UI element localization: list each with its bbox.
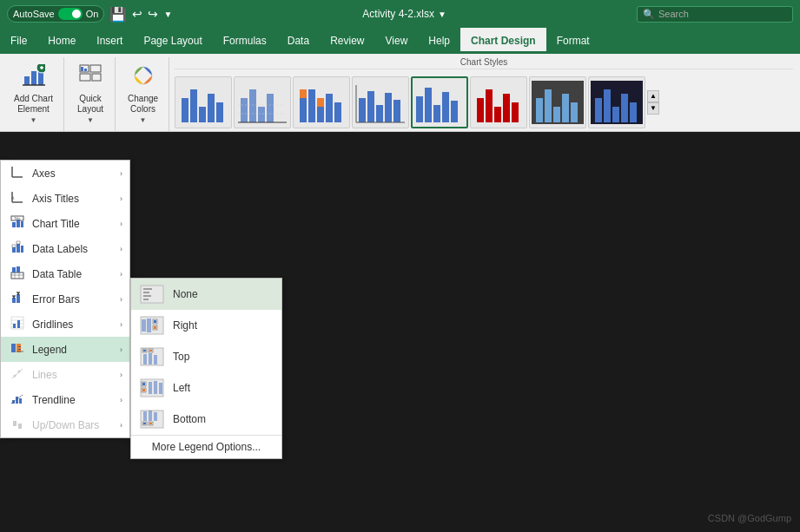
- chart-style-2[interactable]: [234, 76, 291, 128]
- toggle-circle: [72, 10, 81, 18]
- gridlines-icon: [10, 316, 25, 332]
- autosave-toggle[interactable]: [58, 8, 83, 20]
- search-box[interactable]: 🔍 Search: [637, 6, 793, 23]
- menu-review[interactable]: Review: [320, 28, 374, 54]
- dropdown-legend[interactable]: Legend ›: [1, 337, 129, 362]
- chart-styles-row: ▲ ▼: [175, 73, 793, 131]
- updown-bars-arrow: ›: [120, 421, 122, 430]
- chart-style-3[interactable]: [293, 76, 350, 128]
- add-chart-element-button[interactable]: Add ChartElement ▼: [9, 61, 58, 128]
- dropdown-lines: Lines ›: [1, 362, 129, 387]
- change-colors-button[interactable]: ChangeColors ▼: [122, 61, 163, 128]
- dropdown-data-labels[interactable]: Data Labels ›: [1, 236, 129, 261]
- undo-icon[interactable]: ↩: [132, 7, 142, 21]
- menu-format[interactable]: Format: [546, 28, 600, 54]
- toggle-state-label: On: [86, 9, 99, 19]
- svg-rect-19: [241, 98, 248, 122]
- dropdown-data-table[interactable]: Data Table ›: [1, 261, 129, 286]
- legend-bottom-label: Bottom: [173, 413, 273, 425]
- axes-icon: [10, 165, 25, 181]
- quick-layout-button[interactable]: QuickLayout ▼: [71, 61, 109, 128]
- chart-style-8[interactable]: [588, 76, 645, 128]
- ribbon-group-quick-layout: QuickLayout ▼: [66, 57, 116, 131]
- chart-styles-scroll: ▲ ▼: [647, 87, 661, 118]
- menu-file[interactable]: File: [0, 28, 37, 54]
- svg-rect-116: [147, 319, 151, 332]
- file-dropdown-icon[interactable]: ▼: [438, 10, 446, 19]
- svg-rect-128: [154, 355, 157, 365]
- dropdown-trendline[interactable]: Trendline ›: [1, 387, 129, 412]
- svg-rect-71: [21, 221, 23, 227]
- menu-data[interactable]: Data: [277, 28, 320, 54]
- svg-rect-96: [17, 344, 21, 352]
- dropdown-chart-title[interactable]: Title Chart Title ›: [1, 211, 129, 236]
- svg-rect-69: [12, 222, 16, 227]
- svg-rect-127: [149, 353, 152, 365]
- chart-style-5[interactable]: [411, 76, 468, 128]
- menu-page-layout[interactable]: Page Layout: [133, 28, 212, 54]
- data-table-icon: [10, 266, 25, 282]
- chart-style-7[interactable]: [529, 76, 586, 128]
- add-chart-element-icon: [23, 64, 45, 92]
- menu-formulas[interactable]: Formulas: [213, 28, 277, 54]
- menu-help[interactable]: Help: [418, 28, 460, 54]
- more-legend-options[interactable]: More Legend Options...: [131, 435, 281, 458]
- svg-rect-16: [199, 107, 206, 122]
- svg-rect-120: [154, 326, 156, 329]
- svg-rect-21: [258, 107, 265, 122]
- svg-point-101: [14, 375, 17, 378]
- menu-bar: File Home Insert Page Layout Formulas Da…: [0, 28, 800, 54]
- svg-rect-11: [81, 67, 83, 71]
- chart-style-1[interactable]: [175, 76, 232, 128]
- dropdown-updown-bars: Up/Down Bars ›: [1, 412, 129, 437]
- lines-label: Lines: [32, 369, 57, 381]
- change-colors-icon: [132, 64, 155, 92]
- legend-bottom[interactable]: Bottom: [131, 404, 281, 435]
- redo-icon[interactable]: ↪: [148, 7, 158, 21]
- legend-none[interactable]: None: [131, 279, 281, 310]
- change-colors-arrow: ▼: [140, 116, 147, 124]
- svg-rect-144: [154, 412, 157, 421]
- trendline-arrow: ›: [120, 396, 122, 404]
- dropdown-gridlines[interactable]: Gridlines ›: [1, 312, 129, 337]
- legend-top[interactable]: Top: [131, 341, 281, 372]
- autosave-badge[interactable]: AutoSave On: [7, 5, 104, 23]
- menu-view[interactable]: View: [375, 28, 419, 54]
- legend-right[interactable]: Right: [131, 310, 281, 341]
- legend-left[interactable]: Left: [131, 372, 281, 404]
- svg-rect-41: [425, 88, 432, 122]
- dropdown-axis-titles[interactable]: A Axis Titles ›: [1, 186, 129, 211]
- menu-insert[interactable]: Insert: [86, 28, 133, 54]
- svg-rect-29: [317, 107, 324, 122]
- svg-rect-61: [630, 102, 637, 122]
- svg-rect-40: [416, 96, 423, 122]
- svg-rect-95: [11, 344, 16, 352]
- chart-style-4[interactable]: [352, 76, 409, 128]
- quick-access-dropdown[interactable]: ▼: [163, 10, 172, 19]
- scroll-down-button[interactable]: ▼: [647, 102, 659, 115]
- scroll-up-button[interactable]: ▲: [647, 90, 659, 102]
- svg-rect-105: [19, 398, 22, 404]
- svg-rect-93: [13, 324, 16, 328]
- chart-style-6[interactable]: [470, 76, 527, 128]
- menu-home[interactable]: Home: [37, 28, 86, 54]
- dropdown-error-bars[interactable]: Error Bars ›: [1, 286, 129, 312]
- legend-none-label: None: [173, 288, 273, 300]
- add-chart-element-arrow: ▼: [30, 116, 37, 124]
- save-icon[interactable]: 💾: [109, 6, 127, 23]
- svg-rect-37: [393, 100, 400, 122]
- chart-title-icon: Title: [10, 215, 25, 232]
- svg-rect-141: [149, 423, 152, 424]
- svg-rect-34: [367, 91, 374, 122]
- chart-styles-label: Chart Styles: [175, 57, 793, 69]
- main-content: Axes › A Axis Titles › Title Chart Title…: [0, 132, 800, 532]
- dropdown-axes[interactable]: Axes ›: [1, 161, 129, 186]
- menu-chart-design[interactable]: Chart Design: [460, 28, 546, 54]
- legend-submenu: None Right: [130, 278, 282, 459]
- data-labels-icon: [10, 240, 25, 257]
- legend-right-label: Right: [173, 319, 273, 332]
- svg-point-4: [36, 64, 45, 73]
- data-labels-label: Data Labels: [32, 243, 88, 255]
- svg-rect-98: [18, 346, 21, 347]
- ribbon: Add ChartElement ▼ QuickLayou: [0, 54, 800, 132]
